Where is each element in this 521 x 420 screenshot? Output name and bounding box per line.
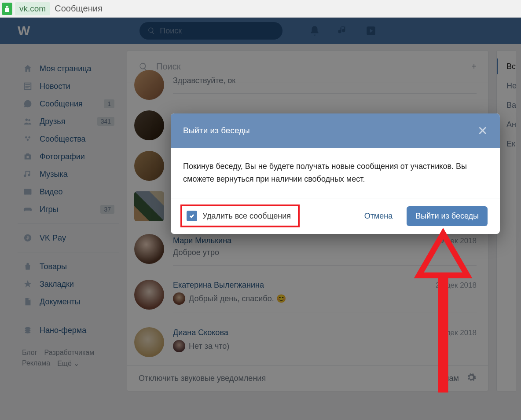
- mini-avatar: [173, 292, 185, 305]
- page-title: Сообщения: [55, 4, 103, 14]
- sidebar-item-bookmarks[interactable]: Закладки: [18, 275, 119, 293]
- svg-point-2: [28, 119, 30, 121]
- right-tab[interactable]: Ек: [506, 134, 516, 153]
- gear-icon[interactable]: [466, 372, 477, 385]
- avatar: [134, 70, 164, 100]
- sidebar-item-label: Закладки: [40, 280, 74, 289]
- conversation-message: Нет за что): [173, 340, 477, 352]
- checkbox-checked-icon: [187, 211, 197, 221]
- conversation-message: Здравствуйте, ок: [173, 76, 477, 85]
- footer-link[interactable]: Разработчикам: [44, 349, 95, 357]
- sidebar-item-video[interactable]: Видео: [18, 183, 119, 201]
- footer-link[interactable]: Реклама: [22, 359, 50, 368]
- conversation-name: Екатерина Вылегжанина: [173, 281, 264, 290]
- delete-messages-checkbox-wrap[interactable]: Удалить все сообщения: [180, 205, 300, 227]
- sidebar-item-friends[interactable]: Друзья341: [18, 113, 119, 130]
- search-icon: [147, 27, 155, 35]
- sidebar-item-photos[interactable]: Фотографии: [18, 148, 119, 165]
- camera-icon: [22, 151, 33, 162]
- close-icon[interactable]: ✕: [477, 124, 488, 138]
- sidebar-item-label: Видео: [40, 187, 63, 197]
- avatar: [134, 234, 164, 264]
- bag-icon: [22, 261, 33, 272]
- svg-point-3: [25, 136, 27, 139]
- right-tab[interactable]: Вс: [506, 57, 516, 76]
- svg-point-6: [26, 156, 29, 158]
- sidebar-item-label: Товары: [40, 262, 67, 271]
- right-tab[interactable]: Не: [506, 76, 516, 95]
- note-icon: [22, 168, 33, 180]
- avatar: [134, 151, 164, 181]
- modal-title: Выйти из беседы: [183, 126, 250, 135]
- conversation-date: 9 дек 2018: [440, 237, 477, 245]
- lock-icon: [2, 3, 12, 15]
- sidebar-item-label: Друзья: [40, 117, 65, 126]
- sidebar-item-label: Музыка: [40, 170, 68, 179]
- play-icon[interactable]: [365, 25, 377, 37]
- domain-text: vk.com: [15, 2, 50, 15]
- header-search[interactable]: Поиск: [139, 22, 283, 40]
- sidebar-item-docs[interactable]: Документы: [18, 293, 119, 310]
- footer-link[interactable]: Блог: [22, 349, 37, 357]
- left-sidebar: Моя страница Новости Сообщения1 Друзья34…: [18, 50, 119, 391]
- avatar: [134, 280, 164, 310]
- sidebar-item-label: Фотографии: [40, 152, 85, 161]
- right-tab[interactable]: Ан: [506, 115, 516, 134]
- sidebar-item-music[interactable]: Музыка: [18, 165, 119, 183]
- sidebar-item-games[interactable]: Игры37: [18, 201, 119, 218]
- new-conversation-button[interactable]: +: [471, 62, 477, 72]
- modal-body-text: Покинув беседу, Вы не будете получать но…: [171, 148, 500, 198]
- header-search-placeholder: Поиск: [160, 26, 182, 36]
- conversation-item[interactable]: Диана Скокова9 дек 2018 Нет за что): [127, 318, 488, 365]
- music-icon[interactable]: [337, 25, 349, 37]
- browser-address-bar: vk.com Сообщения: [0, 0, 521, 18]
- spam-link[interactable]: Спам: [439, 374, 459, 383]
- mute-notifications-link[interactable]: Отключить звуковые уведомления: [139, 374, 266, 383]
- star-icon: [22, 278, 33, 290]
- avatar: [134, 110, 164, 140]
- friends-icon: [22, 116, 33, 127]
- sidebar-item-label: Моя страница: [40, 64, 92, 73]
- conversation-item[interactable]: Екатерина Вылегжанина27 дек 2018 Добрый …: [127, 271, 488, 318]
- news-icon: [22, 80, 33, 92]
- sidebar-item-products[interactable]: Товары: [18, 258, 119, 275]
- search-placeholder: Поиск: [156, 62, 180, 72]
- svg-point-4: [28, 136, 30, 139]
- sidebar-item-vkpay[interactable]: ₽VK Pay: [18, 229, 119, 247]
- farm-icon: [22, 325, 33, 336]
- sidebar-item-profile[interactable]: Моя страница: [18, 60, 119, 77]
- sidebar-item-news[interactable]: Новости: [18, 77, 119, 95]
- footer-link[interactable]: Ещё ⌄: [57, 359, 79, 368]
- svg-rect-9: [30, 189, 32, 195]
- avatar: [134, 191, 164, 221]
- message-icon: [22, 98, 33, 110]
- modal-footer: Удалить все сообщения Отмена Выйти из бе…: [171, 198, 500, 234]
- sidebar-item-label: Новости: [40, 82, 70, 91]
- svg-point-14: [25, 331, 31, 334]
- conversation-name: Диана Скокова: [173, 328, 228, 337]
- group-icon: [22, 133, 33, 145]
- confirm-leave-button[interactable]: Выйти из беседы: [407, 206, 488, 226]
- badge: 1: [104, 99, 114, 108]
- avatar: [134, 327, 164, 357]
- sidebar-item-nanofarm[interactable]: Нано-ферма: [18, 321, 119, 339]
- cancel-button[interactable]: Отмена: [356, 207, 401, 225]
- conversation-item[interactable]: Здравствуйте, ок: [127, 70, 488, 105]
- sidebar-item-label: Нано-ферма: [40, 326, 86, 335]
- conversation-message: Добрый день, спасибо. 😊: [173, 292, 477, 305]
- video-icon: [22, 186, 33, 197]
- svg-text:₽: ₽: [26, 236, 29, 241]
- svg-point-5: [27, 139, 29, 141]
- vk-logo[interactable]: W: [18, 23, 29, 38]
- badge: 341: [97, 117, 114, 126]
- bell-icon[interactable]: [309, 25, 320, 37]
- pay-icon: ₽: [22, 232, 33, 244]
- badge: 37: [100, 205, 114, 214]
- doc-icon: [22, 296, 33, 307]
- svg-point-1: [26, 119, 28, 121]
- right-tab[interactable]: Ва: [506, 95, 516, 115]
- sidebar-item-messages[interactable]: Сообщения1: [18, 95, 119, 113]
- gamepad-icon: [22, 204, 33, 215]
- sidebar-item-communities[interactable]: Сообщества: [18, 130, 119, 148]
- sidebar-item-label: VK Pay: [40, 234, 66, 243]
